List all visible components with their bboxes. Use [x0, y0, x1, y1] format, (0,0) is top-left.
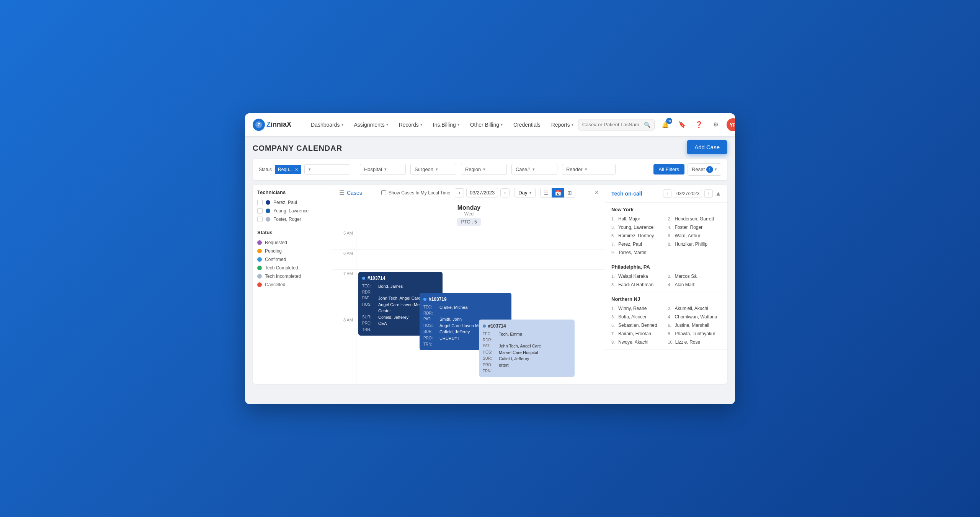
- show-local-time-checkbox[interactable]: [381, 190, 386, 195]
- bookmark-button[interactable]: 🔖: [676, 119, 688, 131]
- filter-divider-1: [355, 164, 355, 175]
- day-name: Monday: [336, 204, 602, 211]
- tech-on-call-panel: Tech on-call ‹ 03/27/2023 › ▲ New York 1…: [605, 185, 727, 384]
- settings-button[interactable]: ⚙: [710, 119, 722, 131]
- tech-panel-title: Tech on-call: [611, 191, 642, 197]
- close-button[interactable]: ×: [595, 189, 599, 197]
- date-nav: ‹ 03/27/2023 ›: [455, 188, 510, 197]
- reader-filter[interactable]: Reader ▾: [562, 164, 616, 175]
- panel-date-prev[interactable]: ‹: [663, 189, 671, 198]
- chevron-down-icon: ▾: [309, 167, 311, 172]
- help-button[interactable]: ❓: [693, 119, 705, 131]
- status-legend-title: Status: [257, 230, 328, 235]
- status-filter-select[interactable]: ▾: [304, 164, 350, 175]
- status-chip-remove[interactable]: ×: [295, 166, 298, 173]
- tech-checkbox-young[interactable]: [257, 208, 263, 214]
- calendar-section: Technicians Perez, Paul Young, Lawrence …: [253, 185, 727, 384]
- nav-assignments[interactable]: Assignments ▾: [350, 119, 393, 131]
- time-content-5am: [356, 229, 605, 249]
- status-chip[interactable]: Requ... ×: [275, 165, 301, 174]
- search-box[interactable]: 🔍: [578, 119, 655, 130]
- app-container: Z ZinniaX Dashboards ▾ Assignments ▾ Rec…: [245, 113, 735, 404]
- tech-marcos: 2. Marcos Sá: [668, 273, 722, 280]
- panel-date-display: 03/27/2023: [674, 190, 702, 197]
- date-next-button[interactable]: ›: [500, 188, 510, 197]
- panel-date-next[interactable]: ›: [704, 189, 713, 198]
- toolbar-left: ☰ Cases: [339, 189, 362, 196]
- time-label-8am: 8 AM: [333, 316, 356, 384]
- case-dot-103714b: [483, 325, 486, 328]
- region-filter-label: Region: [465, 166, 481, 172]
- list-view-button[interactable]: ☰: [541, 188, 552, 197]
- status-pending: Pending: [257, 247, 328, 255]
- nav-other-billing-label: Other Billing: [470, 122, 499, 128]
- date-prev-button[interactable]: ‹: [455, 188, 464, 197]
- region-philadelphia: Philadelphia, PA 1. Waiapi Karaka 2. Mar…: [605, 260, 727, 292]
- nav-ins-billing-chevron: ▾: [457, 122, 459, 127]
- top-nav: Z ZinniaX Dashboards ▾ Assignments ▾ Rec…: [245, 113, 735, 136]
- status-dot-tech-incompleted: [257, 274, 262, 279]
- page-title: COMPANY CALENDAR: [253, 144, 727, 153]
- menu-icon[interactable]: ☰: [339, 189, 345, 196]
- calendar-day-header: Monday Wed PTO : 5: [333, 201, 605, 229]
- case-dot-103719: [423, 298, 426, 301]
- reset-button[interactable]: Reset 1 ▾: [688, 163, 721, 176]
- case-num-103719: #103719: [423, 296, 508, 303]
- nav-dashboards[interactable]: Dashboards ▾: [306, 119, 348, 131]
- tech-name-young: Young, Lawrence: [273, 208, 309, 214]
- calendar-scroll[interactable]: 5 AM 6 AM 7 AM: [333, 229, 605, 384]
- surgeon-filter-label: Surgeon: [415, 166, 433, 172]
- region-filter[interactable]: Region ▾: [461, 164, 507, 175]
- search-icon: 🔍: [644, 122, 650, 128]
- nav-records[interactable]: Records ▾: [394, 119, 427, 131]
- chevron-down-icon: ▾: [585, 167, 587, 172]
- case-card-103714-b[interactable]: #103714 TEC:Tech, Emma RDR:: [479, 320, 575, 377]
- nav-records-label: Records: [399, 122, 419, 128]
- nav-reports-chevron: ▾: [572, 122, 573, 127]
- status-confirmed: Confirmed: [257, 255, 328, 264]
- add-case-button[interactable]: Add Case: [687, 140, 727, 154]
- tech-phawta: 8. Phawta, Tuntayakul: [668, 330, 722, 337]
- nav-reports[interactable]: Reports ▾: [547, 119, 578, 131]
- time-slot-7am: 7 AM #103714 TE: [333, 270, 605, 316]
- calendar-view-button[interactable]: 📅: [552, 188, 564, 197]
- case-filter[interactable]: Case# ▾: [511, 164, 557, 175]
- nav-credentials[interactable]: Credentials: [509, 119, 545, 131]
- day-sub: Wed: [336, 211, 602, 217]
- nav-dashboards-label: Dashboards: [311, 122, 340, 128]
- status-filter-group: Status Requ... × ▾: [259, 164, 350, 175]
- tech-color-foster: [266, 217, 270, 222]
- nav-ins-billing[interactable]: Ins.Billing ▾: [428, 119, 464, 131]
- time-label-5am: 5 AM: [333, 229, 356, 249]
- status-label-cancelled: Cancelled: [265, 282, 285, 287]
- hospital-filter[interactable]: Hospital ▾: [360, 164, 406, 175]
- new-york-tech-grid: 1. Hall, Major 2. Henderson, Garrett 3. …: [611, 215, 721, 256]
- notification-button[interactable]: 🔔 10: [659, 119, 671, 131]
- pto-badge: PTO : 5: [457, 218, 480, 226]
- tech-item-foster: Foster, Roger: [257, 215, 328, 223]
- surgeon-filter[interactable]: Surgeon ▾: [410, 164, 456, 175]
- nav-dashboards-chevron: ▾: [341, 122, 343, 127]
- search-input[interactable]: [582, 122, 642, 127]
- reader-filter-label: Reader: [566, 166, 583, 172]
- main-content: COMPANY CALENDAR Status Requ... × ▾ Hosp…: [245, 136, 735, 391]
- nav-other-billing[interactable]: Other Billing ▾: [466, 119, 507, 131]
- view-mode-select[interactable]: Day ▾: [514, 188, 536, 197]
- tech-checkbox-foster[interactable]: [257, 217, 263, 222]
- all-filters-button[interactable]: All Filters: [653, 164, 684, 175]
- status-tech-completed: Tech Completed: [257, 264, 328, 272]
- status-cancelled: Cancelled: [257, 281, 328, 289]
- status-dot-cancelled: [257, 282, 262, 287]
- tech-checkbox-perez[interactable]: [257, 200, 263, 205]
- avatar[interactable]: YP: [727, 118, 735, 131]
- cases-link[interactable]: Cases: [347, 190, 362, 196]
- tech-sebastian: 5. Sebastian, Bennett: [611, 322, 665, 329]
- time-content-7am: #103714 TEC:Bond, James RDR:: [356, 270, 605, 316]
- tech-waiapi: 1. Waiapi Karaka: [611, 273, 665, 280]
- panel-collapse-button[interactable]: ▲: [715, 190, 721, 197]
- filter-actions: All Filters Reset 1 ▾: [653, 163, 721, 176]
- chevron-down-icon: ▾: [529, 191, 531, 195]
- time-slot-5am: 5 AM: [333, 229, 605, 250]
- calendar-main: ☰ Cases Show Cases In My Local Time ‹ 03…: [333, 185, 605, 384]
- grid-view-button[interactable]: ⊞: [564, 188, 575, 197]
